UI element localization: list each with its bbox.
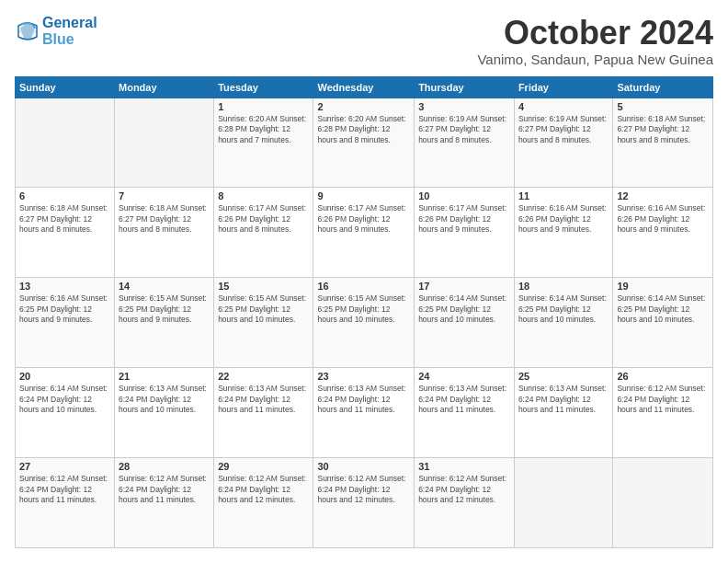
cell-day-number: 19 <box>617 281 709 292</box>
cell-info-text: Sunrise: 6:12 AM Sunset: 6:24 PM Dayligh… <box>317 474 410 505</box>
cell-info-text: Sunrise: 6:14 AM Sunset: 6:25 PM Dayligh… <box>418 293 510 325</box>
col-monday: Monday <box>115 76 214 98</box>
cell-info-text: Sunrise: 6:19 AM Sunset: 6:27 PM Dayligh… <box>518 114 609 145</box>
cell-day-number: 3 <box>418 101 510 112</box>
cell-info-text: Sunrise: 6:18 AM Sunset: 6:27 PM Dayligh… <box>119 203 210 235</box>
cell-day-number: 14 <box>119 281 210 292</box>
cell-day-number: 30 <box>317 461 410 472</box>
cell-info-text: Sunrise: 6:13 AM Sunset: 6:24 PM Dayligh… <box>317 384 410 415</box>
table-row <box>16 98 115 188</box>
cell-info-text: Sunrise: 6:13 AM Sunset: 6:24 PM Dayligh… <box>418 384 510 415</box>
table-row <box>115 98 214 188</box>
cell-info-text: Sunrise: 6:13 AM Sunset: 6:24 PM Dayligh… <box>518 384 609 415</box>
cell-day-number: 31 <box>418 461 510 472</box>
cell-day-number: 11 <box>518 190 609 201</box>
table-row <box>613 458 713 548</box>
table-row: 10Sunrise: 6:17 AM Sunset: 6:26 PM Dayli… <box>415 188 515 278</box>
cell-day-number: 8 <box>218 190 309 201</box>
calendar-week-5: 27Sunrise: 6:12 AM Sunset: 6:24 PM Dayli… <box>16 458 713 548</box>
cell-info-text: Sunrise: 6:17 AM Sunset: 6:26 PM Dayligh… <box>218 203 309 235</box>
table-row: 29Sunrise: 6:12 AM Sunset: 6:24 PM Dayli… <box>214 458 313 548</box>
cell-day-number: 25 <box>518 371 609 382</box>
logo: General Blue <box>15 15 97 47</box>
cell-info-text: Sunrise: 6:13 AM Sunset: 6:24 PM Dayligh… <box>218 384 309 415</box>
cell-day-number: 24 <box>418 371 510 382</box>
cell-info-text: Sunrise: 6:17 AM Sunset: 6:26 PM Dayligh… <box>317 203 410 235</box>
cell-info-text: Sunrise: 6:20 AM Sunset: 6:28 PM Dayligh… <box>218 114 309 145</box>
cell-info-text: Sunrise: 6:12 AM Sunset: 6:24 PM Dayligh… <box>418 474 510 505</box>
table-row: 25Sunrise: 6:13 AM Sunset: 6:24 PM Dayli… <box>514 368 612 458</box>
cell-info-text: Sunrise: 6:12 AM Sunset: 6:24 PM Dayligh… <box>19 474 110 505</box>
calendar-week-4: 20Sunrise: 6:14 AM Sunset: 6:24 PM Dayli… <box>16 368 713 458</box>
cell-day-number: 16 <box>317 281 410 292</box>
cell-day-number: 29 <box>218 461 309 472</box>
cell-day-number: 15 <box>218 281 309 292</box>
cell-info-text: Sunrise: 6:15 AM Sunset: 6:25 PM Dayligh… <box>218 293 309 325</box>
col-tuesday: Tuesday <box>214 76 313 98</box>
calendar-header-row: Sunday Monday Tuesday Wednesday Thursday… <box>16 76 713 98</box>
table-row: 2Sunrise: 6:20 AM Sunset: 6:28 PM Daylig… <box>313 98 415 188</box>
table-row: 14Sunrise: 6:15 AM Sunset: 6:25 PM Dayli… <box>115 278 214 368</box>
table-row: 17Sunrise: 6:14 AM Sunset: 6:25 PM Dayli… <box>415 278 515 368</box>
cell-info-text: Sunrise: 6:16 AM Sunset: 6:25 PM Dayligh… <box>19 293 110 325</box>
cell-info-text: Sunrise: 6:17 AM Sunset: 6:26 PM Dayligh… <box>418 203 510 235</box>
cell-day-number: 12 <box>617 190 709 201</box>
cell-info-text: Sunrise: 6:18 AM Sunset: 6:27 PM Dayligh… <box>617 114 709 145</box>
cell-info-text: Sunrise: 6:14 AM Sunset: 6:25 PM Dayligh… <box>518 293 609 325</box>
col-thursday: Thursday <box>415 76 515 98</box>
cell-day-number: 6 <box>19 190 110 201</box>
cell-day-number: 10 <box>418 190 510 201</box>
cell-day-number: 5 <box>617 101 709 112</box>
table-row: 20Sunrise: 6:14 AM Sunset: 6:24 PM Dayli… <box>16 368 115 458</box>
table-row: 6Sunrise: 6:18 AM Sunset: 6:27 PM Daylig… <box>16 188 115 278</box>
cell-info-text: Sunrise: 6:19 AM Sunset: 6:27 PM Dayligh… <box>418 114 510 145</box>
table-row: 18Sunrise: 6:14 AM Sunset: 6:25 PM Dayli… <box>514 278 612 368</box>
cell-day-number: 9 <box>317 190 410 201</box>
cell-info-text: Sunrise: 6:20 AM Sunset: 6:28 PM Dayligh… <box>317 114 410 145</box>
cell-day-number: 13 <box>19 281 110 292</box>
table-row: 5Sunrise: 6:18 AM Sunset: 6:27 PM Daylig… <box>613 98 713 188</box>
table-row: 30Sunrise: 6:12 AM Sunset: 6:24 PM Dayli… <box>313 458 415 548</box>
table-row: 15Sunrise: 6:15 AM Sunset: 6:25 PM Dayli… <box>214 278 313 368</box>
table-row: 24Sunrise: 6:13 AM Sunset: 6:24 PM Dayli… <box>415 368 515 458</box>
calendar-week-3: 13Sunrise: 6:16 AM Sunset: 6:25 PM Dayli… <box>16 278 713 368</box>
calendar-week-2: 6Sunrise: 6:18 AM Sunset: 6:27 PM Daylig… <box>16 188 713 278</box>
logo-icon <box>15 18 40 44</box>
cell-day-number: 2 <box>317 101 410 112</box>
table-row: 16Sunrise: 6:15 AM Sunset: 6:25 PM Dayli… <box>313 278 415 368</box>
cell-day-number: 18 <box>518 281 609 292</box>
cell-day-number: 23 <box>317 371 410 382</box>
table-row: 8Sunrise: 6:17 AM Sunset: 6:26 PM Daylig… <box>214 188 313 278</box>
cell-info-text: Sunrise: 6:18 AM Sunset: 6:27 PM Dayligh… <box>19 203 110 235</box>
cell-info-text: Sunrise: 6:13 AM Sunset: 6:24 PM Dayligh… <box>119 384 210 415</box>
table-row: 28Sunrise: 6:12 AM Sunset: 6:24 PM Dayli… <box>115 458 214 548</box>
cell-day-number: 22 <box>218 371 309 382</box>
table-row: 26Sunrise: 6:12 AM Sunset: 6:24 PM Dayli… <box>613 368 713 458</box>
cell-info-text: Sunrise: 6:14 AM Sunset: 6:25 PM Dayligh… <box>617 293 709 325</box>
cell-info-text: Sunrise: 6:12 AM Sunset: 6:24 PM Dayligh… <box>218 474 309 505</box>
table-row: 13Sunrise: 6:16 AM Sunset: 6:25 PM Dayli… <box>16 278 115 368</box>
col-saturday: Saturday <box>613 76 713 98</box>
col-sunday: Sunday <box>16 76 115 98</box>
table-row: 23Sunrise: 6:13 AM Sunset: 6:24 PM Dayli… <box>313 368 415 458</box>
table-row: 3Sunrise: 6:19 AM Sunset: 6:27 PM Daylig… <box>415 98 515 188</box>
cell-day-number: 1 <box>218 101 309 112</box>
table-row: 7Sunrise: 6:18 AM Sunset: 6:27 PM Daylig… <box>115 188 214 278</box>
col-friday: Friday <box>514 76 612 98</box>
month-title: October 2024 <box>477 15 713 52</box>
cell-day-number: 26 <box>617 371 709 382</box>
cell-day-number: 21 <box>119 371 210 382</box>
cell-info-text: Sunrise: 6:15 AM Sunset: 6:25 PM Dayligh… <box>317 293 410 325</box>
col-wednesday: Wednesday <box>313 76 415 98</box>
table-row: 1Sunrise: 6:20 AM Sunset: 6:28 PM Daylig… <box>214 98 313 188</box>
table-row: 4Sunrise: 6:19 AM Sunset: 6:27 PM Daylig… <box>514 98 612 188</box>
cell-info-text: Sunrise: 6:15 AM Sunset: 6:25 PM Dayligh… <box>119 293 210 325</box>
header: General Blue October 2024 Vanimo, Sandau… <box>15 15 713 67</box>
cell-day-number: 4 <box>518 101 609 112</box>
table-row: 22Sunrise: 6:13 AM Sunset: 6:24 PM Dayli… <box>214 368 313 458</box>
cell-day-number: 27 <box>19 461 110 472</box>
calendar-table: Sunday Monday Tuesday Wednesday Thursday… <box>15 76 713 548</box>
table-row: 21Sunrise: 6:13 AM Sunset: 6:24 PM Dayli… <box>115 368 214 458</box>
cell-day-number: 28 <box>119 461 210 472</box>
cell-info-text: Sunrise: 6:16 AM Sunset: 6:26 PM Dayligh… <box>518 203 609 235</box>
